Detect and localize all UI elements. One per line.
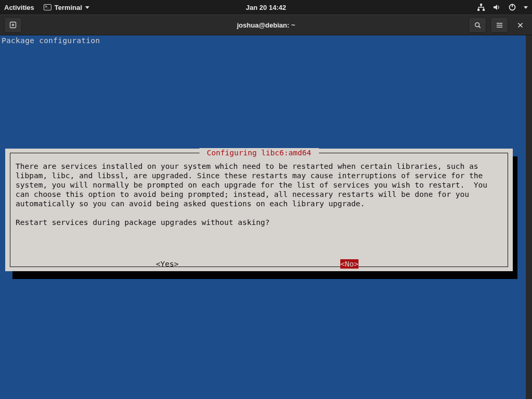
search-button[interactable]: [469, 17, 486, 33]
yes-button[interactable]: <Yes>: [156, 259, 179, 269]
svg-rect-0: [480, 4, 482, 6]
hamburger-icon: [496, 21, 503, 29]
terminal-viewport[interactable]: Package configuration Configuring libc6:…: [0, 35, 532, 399]
network-icon[interactable]: [477, 3, 485, 11]
close-icon: [517, 22, 524, 29]
svg-rect-4: [512, 4, 513, 7]
terminal-scrollbar[interactable]: [526, 35, 532, 399]
gnome-top-bar: Activities Terminal Jan 20 14:42: [0, 0, 532, 15]
volume-icon[interactable]: [493, 3, 501, 11]
new-tab-icon: [9, 21, 17, 29]
debconf-dialog: Configuring libc6:amd64 There are servic…: [5, 149, 513, 271]
svg-rect-1: [477, 9, 480, 11]
no-button[interactable]: <No>: [340, 259, 358, 269]
dialog-body-text: There are services installed on your sys…: [16, 162, 502, 227]
new-tab-button[interactable]: [4, 17, 22, 33]
terminal-app-icon: [44, 4, 51, 10]
system-menu-chevron-icon[interactable]: [524, 6, 528, 9]
svg-point-6: [475, 22, 479, 26]
search-icon: [474, 21, 482, 29]
app-menu[interactable]: Terminal: [44, 4, 89, 11]
dialog-frame: Configuring libc6:amd64 There are servic…: [10, 153, 508, 267]
close-button[interactable]: [511, 17, 529, 33]
window-header-bar: joshua@debian: ~: [0, 15, 532, 35]
package-config-header: Package configuration: [0, 35, 532, 45]
svg-rect-2: [483, 9, 485, 11]
hamburger-menu-button[interactable]: [490, 17, 508, 33]
chevron-down-icon: [85, 6, 89, 9]
app-menu-label: Terminal: [55, 4, 82, 11]
power-icon[interactable]: [508, 3, 516, 11]
window-title: joshua@debian: ~: [237, 21, 295, 29]
activities-button[interactable]: Activities: [4, 4, 34, 11]
clock[interactable]: Jan 20 14:42: [246, 4, 286, 11]
dialog-title: Configuring libc6:amd64: [199, 148, 318, 157]
